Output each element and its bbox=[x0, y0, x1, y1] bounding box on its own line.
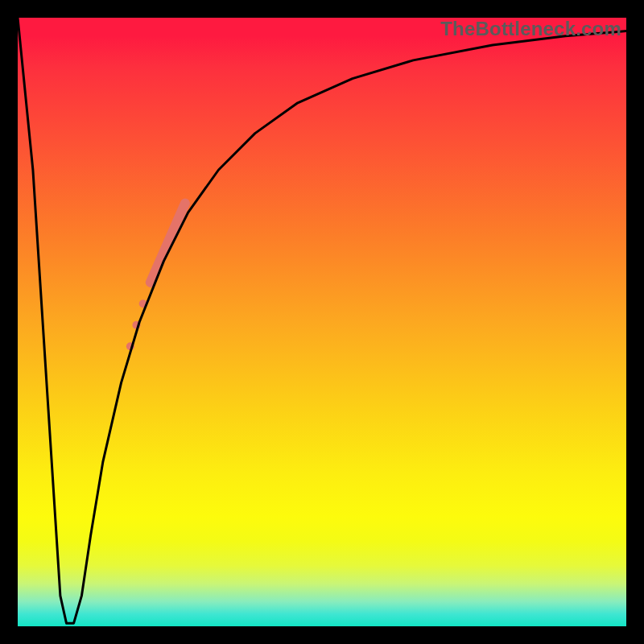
chart-frame: TheBottleneck.com bbox=[0, 0, 644, 644]
highlight-bar bbox=[151, 204, 185, 283]
bottleneck-curve bbox=[18, 18, 626, 623]
curve-layer bbox=[18, 18, 626, 626]
plot-area: TheBottleneck.com bbox=[18, 18, 626, 626]
watermark-text: TheBottleneck.com bbox=[440, 18, 621, 40]
data-highlight bbox=[126, 204, 185, 351]
